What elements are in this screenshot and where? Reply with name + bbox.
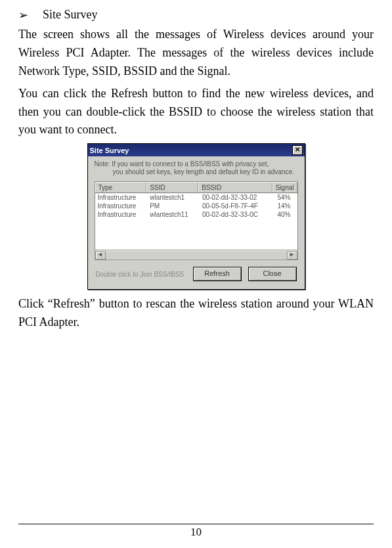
page-number: 10 [190, 526, 202, 538]
cell-bssid: 00-05-5d-F8-7F-4F [200, 202, 275, 210]
cell-bssid: 00-02-dd-32-33-0C [200, 210, 275, 219]
document-page: ➢ Site Survey The screen shows all the m… [0, 0, 392, 548]
refresh-button[interactable]: Refresh [193, 267, 242, 281]
dialog-container: Site Survey ✕ Note: If you want to conne… [18, 143, 374, 290]
section-title: Site Survey [43, 8, 98, 22]
cell-type: Infrastructure [95, 210, 148, 219]
header-ssid[interactable]: SSID [146, 182, 198, 193]
page-footer: 10 [18, 524, 374, 539]
dialog-note-line1: Note: If you want to connect to a BSS/IB… [95, 160, 269, 168]
header-signal[interactable]: Signal [272, 182, 297, 193]
bullet-heading: ➢ Site Survey [18, 8, 374, 22]
dialog-note-line2: you should set keys, key length and defa… [95, 168, 298, 176]
cell-type: Infrastructure [95, 202, 148, 210]
network-table: Type SSID BSSID Signal Infrastructure wl… [95, 181, 298, 250]
cell-bssid: 00-02-dd-32-33-02 [200, 193, 275, 202]
footer-hint: Double click to Join BSS/IBSS [96, 271, 186, 278]
cell-signal: 54% [274, 193, 297, 202]
dialog-footer: Double click to Join BSS/IBSS Refresh Cl… [88, 260, 305, 289]
table-row[interactable]: Infrastructure wlantestch1 00-02-dd-32-3… [95, 193, 297, 202]
paragraph-3: Click “Refresh” button to rescan the wir… [18, 295, 374, 332]
cell-signal: 40% [274, 210, 297, 219]
dialog-title-text: Site Survey [90, 147, 129, 154]
bullet-arrow-icon: ➢ [18, 9, 28, 21]
cell-type: Infrastructure [95, 193, 148, 202]
cell-ssid: PM [147, 202, 200, 210]
table-body: Infrastructure wlantestch1 00-02-dd-32-3… [95, 193, 297, 250]
table-row[interactable]: Infrastructure PM 00-05-5d-F8-7F-4F 14% [95, 202, 297, 210]
dialog-titlebar: Site Survey ✕ [88, 144, 305, 156]
table-header-row: Type SSID BSSID Signal [95, 182, 297, 193]
close-icon[interactable]: ✕ [292, 145, 303, 155]
cell-ssid: wlantestch1 [147, 193, 200, 202]
header-bssid[interactable]: BSSID [198, 182, 272, 193]
cell-signal: 14% [274, 202, 297, 210]
table-row[interactable]: Infrastructure wlantestch11 00-02-dd-32-… [95, 210, 297, 219]
dialog-note: Note: If you want to connect to a BSS/IB… [88, 156, 305, 181]
scroll-left-icon[interactable]: ◄ [95, 251, 106, 260]
horizontal-scrollbar[interactable]: ◄ ► [95, 250, 298, 260]
cell-ssid: wlantestch11 [147, 210, 200, 219]
paragraph-1: The screen shows all the messages of Wir… [18, 26, 374, 81]
paragraph-2: You can click the Refresh button to find… [18, 85, 374, 140]
close-button[interactable]: Close [248, 267, 297, 281]
site-survey-dialog: Site Survey ✕ Note: If you want to conne… [87, 143, 305, 290]
header-type[interactable]: Type [95, 182, 147, 193]
scroll-right-icon[interactable]: ► [287, 251, 297, 260]
